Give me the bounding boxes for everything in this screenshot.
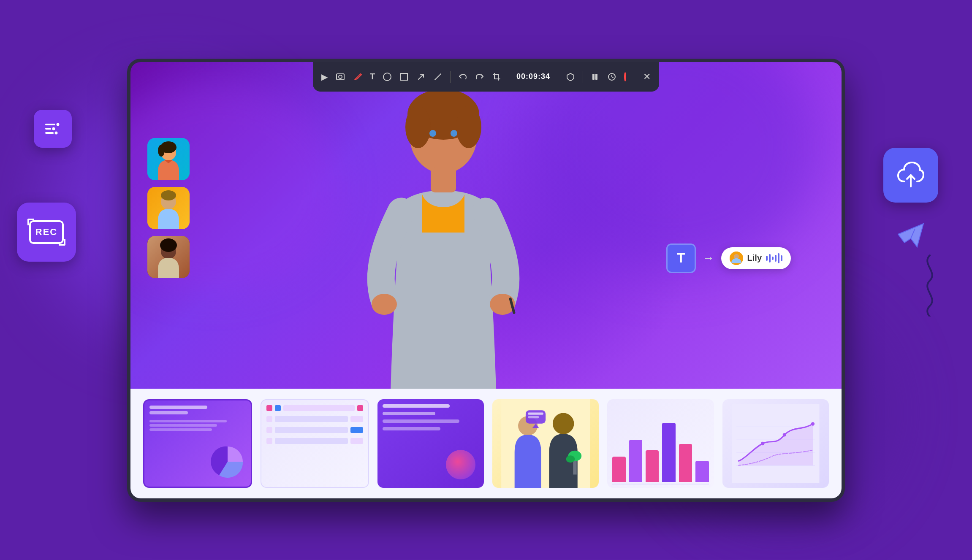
tts-text-icon: T [666,243,696,273]
svg-point-15 [405,106,431,148]
text-button[interactable]: T [370,70,375,83]
video-area: T → Lily [130,62,842,393]
svg-point-44 [566,455,575,463]
crop-button[interactable] [492,70,501,83]
rec-label: REC [35,227,57,238]
svg-point-4 [52,127,56,131]
tts-avatar [730,252,743,265]
tts-arrow: → [703,252,714,265]
main-monitor: ▶ T 00:09:34 [127,59,845,502]
svg-rect-40 [528,412,543,414]
svg-point-17 [429,130,436,137]
svg-point-18 [451,130,457,137]
svg-rect-9 [401,73,407,80]
svg-point-52 [811,422,815,425]
svg-rect-11 [595,74,597,80]
redo-button[interactable] [475,70,484,83]
tts-name-label: Lily [747,253,762,263]
svg-point-5 [54,131,58,135]
tts-wave [766,253,782,263]
avatar-2[interactable] [147,187,190,229]
slide-panel [130,389,842,498]
square-button[interactable] [399,70,409,83]
slide-3[interactable] [377,399,484,488]
upload-icon [896,160,926,190]
svg-point-8 [383,73,391,81]
play-button[interactable]: ▶ [321,70,328,83]
settings-button[interactable] [34,110,72,148]
close-button[interactable]: ✕ [643,70,651,83]
svg-rect-10 [592,74,595,80]
tts-indicator: T → Lily [666,243,791,273]
svg-point-20 [372,294,397,315]
slide-6[interactable] [722,399,829,488]
svg-point-38 [553,413,574,434]
record-indicator [624,72,626,81]
svg-point-29 [161,190,176,200]
presenter-area [342,85,545,393]
svg-rect-42 [573,461,576,475]
arrow-button[interactable] [416,70,426,83]
settings-icon [43,119,62,138]
slide-1[interactable] [143,399,252,488]
rec-button[interactable]: REC [17,203,76,262]
timer-display: 00:09:34 [516,72,550,81]
line-button[interactable] [433,70,443,83]
svg-point-26 [158,145,165,157]
avatar-1[interactable] [147,138,190,180]
avatar-list [147,138,190,278]
upload-button[interactable] [883,148,938,203]
slide-5[interactable] [607,399,714,488]
svg-rect-41 [528,416,539,418]
video-bg-blob-2 [525,62,820,273]
svg-point-3 [56,122,60,127]
paper-plane-decoration [896,219,926,251]
svg-point-7 [339,75,342,78]
circle-button[interactable] [383,70,392,83]
svg-point-50 [761,441,764,445]
slide-2[interactable] [261,399,369,488]
pause-button[interactable] [590,70,600,83]
avatar-3[interactable] [147,236,190,278]
svg-point-51 [782,433,786,436]
slide-4[interactable] [492,399,599,488]
undo-button[interactable] [458,70,467,83]
tts-name-box: Lily [721,247,791,269]
svg-point-32 [160,238,177,252]
pen-button[interactable] [353,70,362,83]
screenshot-button[interactable] [335,70,345,83]
svg-point-16 [456,106,481,148]
toolbar: ▶ T 00:09:34 [313,62,659,92]
clock-button[interactable] [607,70,616,83]
svg-rect-19 [431,167,456,192]
squiggle-decoration [909,253,951,318]
shield-button[interactable] [566,70,575,83]
